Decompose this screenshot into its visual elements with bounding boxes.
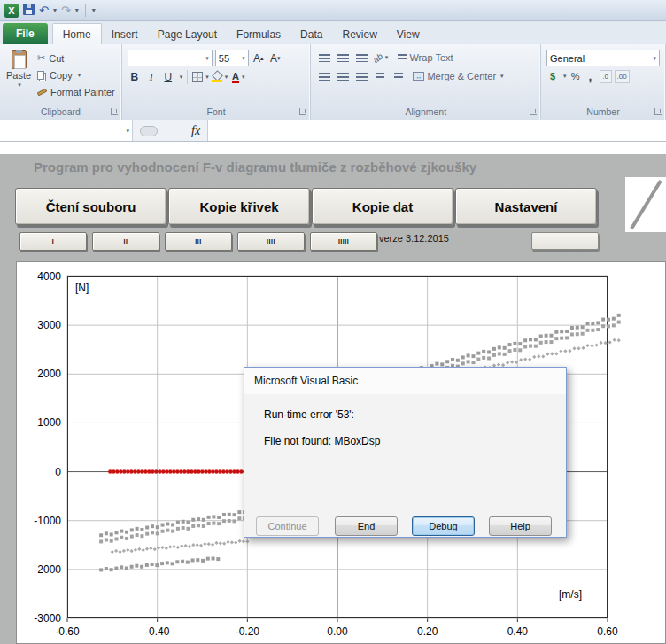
sheet-button-3[interactable]: Kopie dat	[312, 188, 453, 225]
clipboard-dialog-launcher-icon[interactable]	[111, 108, 118, 115]
grow-font-button[interactable]: A▴	[252, 50, 266, 66]
sheet-button-4[interactable]: Nastavení	[455, 188, 597, 225]
save-icon[interactable]	[23, 4, 35, 18]
paste-button[interactable]: Paste ▾	[0, 49, 37, 99]
x-tick-label: 0.40	[498, 625, 537, 638]
small-button-1[interactable]: I	[19, 232, 87, 251]
format-painter-button[interactable]: Format Painter	[37, 84, 115, 99]
blank-button[interactable]	[531, 232, 599, 250]
percent-style-button[interactable]: %	[569, 71, 582, 81]
dialog-button-continue[interactable]: Continue	[256, 516, 319, 536]
align-middle-button[interactable]	[335, 50, 351, 66]
y-tick-label: -3000	[19, 612, 61, 625]
borders-icon	[192, 72, 203, 82]
align-center-icon	[337, 73, 349, 81]
align-right-icon	[356, 73, 368, 81]
undo-dropdown-icon[interactable]: ▾	[53, 6, 57, 14]
font-dialog-launcher-icon[interactable]	[299, 108, 306, 115]
x-tick-label: 0.20	[408, 625, 447, 638]
align-left-button[interactable]	[316, 68, 332, 84]
dialog-button-help[interactable]: Help	[489, 516, 552, 536]
underline-button[interactable]: U	[161, 69, 175, 85]
redo-icon[interactable]: ↷	[61, 4, 71, 17]
sheet-button-1[interactable]: Čtení souboru	[15, 188, 166, 225]
tab-view[interactable]: View	[387, 24, 430, 44]
version-label: verze 3.12.2015	[379, 233, 449, 244]
dialog-title: Microsoft Visual Basic	[244, 368, 566, 394]
undo-icon[interactable]: ↶	[39, 4, 49, 17]
orientation-button[interactable]: ab▾	[372, 50, 388, 66]
merge-center-button[interactable]: ↔ Merge & Center ▾	[413, 71, 503, 81]
dialog-button-debug[interactable]: Debug	[412, 516, 475, 536]
chevron-down-icon: ▾	[205, 74, 209, 81]
font-size-value: 55	[219, 53, 229, 64]
tab-data[interactable]: Data	[290, 24, 332, 44]
tab-insert[interactable]: Insert	[102, 24, 148, 44]
underline-dropdown-icon[interactable]: ▾	[180, 74, 183, 81]
fill-color-icon	[212, 72, 222, 82]
cut-button[interactable]: ✂ Cut	[37, 50, 115, 66]
font-name-select[interactable]: ▾	[128, 50, 213, 66]
error-line-2: File not found: MBoxDsp	[264, 435, 380, 447]
cut-icon: ✂	[37, 52, 45, 64]
title-bar: X ↶ ▾ ↷ ▾ ▾	[0, 0, 666, 21]
alignment-dialog-launcher-icon[interactable]	[530, 108, 537, 115]
wrap-text-button[interactable]: Wrap Text	[398, 52, 453, 63]
small-button-4[interactable]: IIII	[237, 232, 305, 251]
excel-app-icon[interactable]: X	[4, 4, 19, 18]
borders-button[interactable]: ▾	[192, 69, 209, 85]
align-center-button[interactable]	[335, 68, 351, 84]
font-color-button[interactable]: A▾	[230, 69, 246, 85]
accounting-format-button[interactable]: $	[546, 71, 559, 81]
number-format-select[interactable]: General ▾	[546, 50, 660, 66]
decrease-indent-button[interactable]	[372, 68, 388, 84]
align-bottom-button[interactable]	[353, 50, 369, 66]
ribbon-tabs: FileHomeInsertPage LayoutFormulasDataRev…	[0, 21, 666, 44]
small-button-2[interactable]: II	[92, 232, 159, 251]
redo-dropdown-icon[interactable]: ▾	[75, 6, 79, 14]
formula-input[interactable]	[207, 120, 666, 141]
chevron-down-icon[interactable]: ▾	[126, 128, 129, 135]
italic-button[interactable]: I	[144, 69, 159, 85]
shrink-font-button[interactable]: A▾	[268, 50, 283, 66]
quick-access-customize-icon[interactable]: ▾	[92, 6, 96, 14]
paste-icon	[12, 50, 27, 69]
dialog-button-end[interactable]: End	[335, 516, 398, 536]
x-tick-label: -0.60	[48, 625, 87, 638]
tab-formulas[interactable]: Formulas	[227, 24, 290, 44]
ribbon-group-alignment: ab▾ Wrap Text ↔ Merge & Center ▾	[311, 44, 541, 120]
number-dialog-launcher-icon[interactable]	[654, 108, 662, 115]
name-box[interactable]: ▾	[0, 120, 133, 141]
copy-button[interactable]: Copy ▾	[37, 67, 115, 82]
x-tick-label: -0.20	[228, 625, 267, 638]
error-line-1: Run-time error '53':	[264, 408, 354, 421]
merge-center-label: Merge & Center	[427, 71, 496, 81]
tab-home[interactable]: Home	[52, 23, 102, 45]
tab-page-layout[interactable]: Page Layout	[148, 24, 227, 44]
y-tick-label: -1000	[19, 515, 61, 527]
chevron-down-icon: ▾	[242, 55, 245, 62]
align-top-button[interactable]	[316, 50, 332, 66]
number-group-label: Number	[541, 106, 665, 117]
insert-function-button[interactable]: fx	[191, 124, 200, 138]
comma-style-button[interactable]: ,	[585, 69, 597, 83]
cell-row[interactable]	[0, 142, 666, 154]
small-button-5[interactable]: IIIII	[310, 232, 377, 251]
logo-diagonal	[625, 177, 666, 232]
tab-file[interactable]: File	[3, 23, 48, 44]
font-size-select[interactable]: 55 ▾	[215, 50, 249, 66]
bold-button[interactable]: B	[128, 69, 142, 85]
align-right-button[interactable]	[353, 68, 369, 84]
y-tick-label: 1000	[19, 416, 61, 429]
fill-color-button[interactable]: ▾	[212, 69, 228, 85]
decrease-decimal-button[interactable]: .00	[615, 70, 630, 83]
excel-window: X ↶ ▾ ↷ ▾ ▾ FileHomeInsertPage LayoutFor…	[0, 0, 666, 644]
x-tick-label: -0.40	[138, 625, 177, 638]
sheet-button-2[interactable]: Kopie křivek	[168, 188, 310, 225]
increase-indent-button[interactable]	[391, 68, 407, 84]
tab-review[interactable]: Review	[332, 24, 386, 44]
chevron-down-icon: ▾	[385, 54, 389, 61]
align-middle-icon	[337, 54, 349, 62]
small-button-3[interactable]: III	[165, 232, 232, 251]
increase-decimal-button[interactable]: .0	[600, 70, 612, 83]
